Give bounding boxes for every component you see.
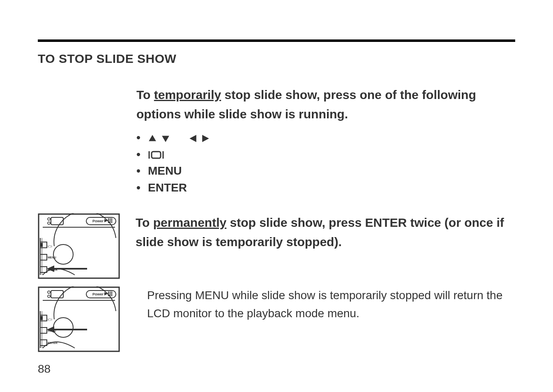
svg-marker-1 <box>162 136 169 142</box>
svg-rect-45 <box>40 340 47 346</box>
svg-point-37 <box>53 318 73 337</box>
svg-rect-8 <box>51 217 63 225</box>
svg-point-32 <box>48 295 50 297</box>
bullet-marker: • <box>136 129 144 146</box>
permanent-stop-text: To permanently stop slide show, press EN… <box>136 213 515 251</box>
left-arrow-icon <box>188 129 197 146</box>
svg-point-31 <box>48 291 50 293</box>
svg-marker-2 <box>189 135 196 142</box>
perm-prefix: To <box>136 216 153 229</box>
bullet-item-enter: • ENTER <box>136 180 515 196</box>
temporarily-underlined: temporarily <box>154 88 221 101</box>
bullet-label-enter: ENTER <box>148 180 187 196</box>
svg-text:Power: Power <box>92 292 104 296</box>
svg-marker-0 <box>149 135 156 141</box>
temporary-stop-text: To temporarily stop slide show, press on… <box>136 85 515 124</box>
temp-prefix: To <box>136 88 154 101</box>
bullet-item-arrows: • <box>136 129 515 146</box>
figure-menu-label: MENU <box>48 256 56 259</box>
svg-text:I▢I: I▢I <box>48 245 52 248</box>
instruction-block-permanent: Power I▢I MENU ENTER <box>38 213 515 281</box>
bullet-item-menu: • MENU <box>136 163 515 180</box>
up-arrow-icon <box>148 129 157 146</box>
horizontal-rule <box>38 39 515 42</box>
svg-rect-30 <box>51 291 63 298</box>
svg-point-14 <box>53 244 73 264</box>
right-arrow-icon <box>201 129 210 146</box>
display-icon <box>148 146 164 163</box>
svg-rect-41 <box>40 327 47 333</box>
svg-rect-19 <box>40 267 47 272</box>
page-number: 88 <box>38 362 51 376</box>
bullet-item-display: • <box>136 146 515 163</box>
svg-marker-43 <box>51 329 87 330</box>
note-text: Pressing MENU while slide show is tempor… <box>136 286 515 322</box>
power-label: Power <box>92 219 104 223</box>
bullet-marker: • <box>136 163 144 180</box>
bullet-label-menu: MENU <box>148 163 182 180</box>
document-page: TO STOP SLIDE SHOW To temporarily stop s… <box>0 0 553 392</box>
svg-rect-18 <box>40 254 47 260</box>
svg-marker-3 <box>202 135 209 142</box>
permanently-underlined: permanently <box>153 216 226 229</box>
svg-point-9 <box>48 218 50 220</box>
instruction-block-temporary: To temporarily stop slide show, press on… <box>136 85 515 196</box>
section-heading: TO STOP SLIDE SHOW <box>38 52 515 66</box>
camera-figure-menu: Power I▢I MENU ENTER <box>38 286 120 354</box>
bullet-marker: • <box>136 146 144 163</box>
svg-rect-5 <box>152 152 161 158</box>
bullet-marker: • <box>136 180 144 196</box>
bullet-list: • • <box>136 129 515 196</box>
down-arrow-icon <box>161 129 170 146</box>
svg-point-10 <box>48 222 50 224</box>
instruction-block-note: Power I▢I MENU ENTER Pres <box>38 286 515 354</box>
svg-text:I▢I: I▢I <box>48 318 52 321</box>
svg-rect-24 <box>40 267 47 272</box>
camera-figure-enter: Power I▢I MENU ENTER <box>38 213 120 281</box>
